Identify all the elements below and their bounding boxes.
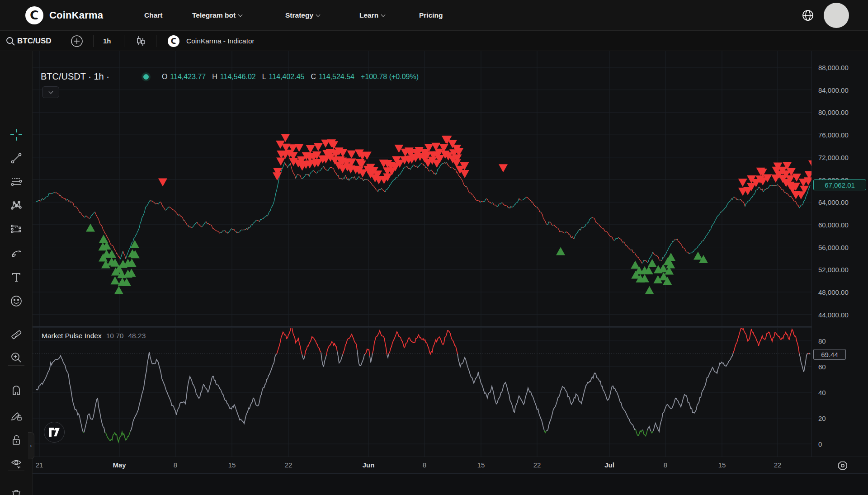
price-tick-label: 76,000.00 <box>818 131 849 139</box>
brush-icon <box>10 247 23 259</box>
brand[interactable]: C CoinKarma <box>25 6 103 25</box>
time-tick-label: 21 <box>36 461 43 469</box>
indicator-name[interactable]: CoinKarma - Indicator <box>186 31 255 51</box>
drawing-toolbar <box>0 51 33 495</box>
horizontal-lines-icon <box>10 175 23 188</box>
ohlc-open-value: 114,423.77 <box>170 73 206 81</box>
indicator-tick-label: 40 <box>818 389 826 396</box>
nav-item-label: Chart <box>144 11 162 19</box>
tool-remove-all[interactable] <box>6 485 26 495</box>
indicator-status-dot <box>141 72 151 82</box>
projection-icon <box>10 222 23 235</box>
price-tick-label: 52,000.00 <box>818 266 849 273</box>
sell-signal-marker <box>158 178 167 186</box>
bottom-strip <box>33 474 868 495</box>
price-tick-label: 88,000.00 <box>818 64 849 71</box>
price-tick-label: 60,000.00 <box>818 221 849 229</box>
nav-item-pricing[interactable]: Pricing <box>419 0 443 31</box>
nav-item-label: Learn <box>359 11 378 19</box>
tool-emoji[interactable] <box>6 291 26 311</box>
pane-separator[interactable] <box>33 326 811 328</box>
time-tick-label: 22 <box>285 461 292 469</box>
time-axis[interactable]: 21May81522Jun81522Jul81522 <box>33 457 868 474</box>
sell-signal-marker <box>738 179 747 187</box>
tool-drawing-lock[interactable] <box>6 405 26 425</box>
buy-signal-marker <box>556 247 565 255</box>
sidebar-collapse-handle[interactable]: ‹ <box>28 432 34 459</box>
chevron-down-icon <box>48 89 53 94</box>
sell-signal-marker <box>295 144 304 152</box>
compare-add-icon[interactable] <box>71 31 83 51</box>
buy-signal-marker <box>114 286 123 294</box>
indicator-tick-label: 80 <box>818 337 826 345</box>
legend-symbol[interactable]: BTC/USDT · 1h · <box>41 71 109 82</box>
chart-canvas[interactable] <box>33 51 811 457</box>
chevron-down-icon <box>381 12 386 17</box>
chart-style-candles-icon[interactable] <box>135 31 146 51</box>
chart-legend: BTC/USDT · 1h · O114,423.77 H114,546.02 … <box>41 71 419 82</box>
sell-signal-marker <box>314 143 323 151</box>
xabcd-pattern-icon <box>10 199 23 212</box>
buy-signal-marker <box>693 252 703 260</box>
time-tick-label: 8 <box>664 461 667 469</box>
sell-signal-marker <box>792 174 801 182</box>
buy-signal-marker <box>645 286 654 294</box>
trend-line-icon <box>10 152 23 165</box>
toolbar-separator <box>124 35 124 47</box>
nav-item-telegram-bot[interactable]: Telegram bot <box>192 0 242 31</box>
time-axis-settings-icon[interactable] <box>836 459 849 472</box>
symbol-search-button[interactable]: BTC/USD <box>17 31 52 51</box>
price-tick-label: 56,000.00 <box>818 244 849 251</box>
indicator-current-value: 48.23 <box>128 332 146 340</box>
price-axis[interactable]: 67,062.01 69.44 88,000.0084,000.0080,000… <box>811 51 868 457</box>
chart-plot <box>33 51 811 457</box>
tool-trend-line[interactable] <box>6 148 26 168</box>
top-nav: C CoinKarma ChartTelegram botStrategyLea… <box>0 0 868 31</box>
ohlc-close-value: 114,524.54 <box>319 73 354 81</box>
app-root: C CoinKarma ChartTelegram botStrategyLea… <box>0 0 868 495</box>
nav-item-strategy[interactable]: Strategy <box>285 0 320 31</box>
last-price-badge: 67,062.01 <box>813 179 866 190</box>
time-tick-label: 8 <box>174 461 177 469</box>
sell-signal-marker <box>808 160 811 169</box>
sell-signal-marker <box>499 164 508 172</box>
legend-collapse-button[interactable] <box>42 86 59 98</box>
nav-item-chart[interactable]: Chart <box>144 0 162 31</box>
tool-lock-all[interactable] <box>6 430 26 450</box>
tool-xabcd-pattern[interactable] <box>6 195 26 215</box>
symbol-search-icon[interactable] <box>5 31 15 51</box>
tool-crosshair[interactable] <box>6 125 26 145</box>
tool-horizontal-lines[interactable] <box>6 172 26 192</box>
nav-item-learn[interactable]: Learn <box>359 0 385 31</box>
language-globe-icon[interactable] <box>802 9 814 22</box>
ohlc-high-value: 114,546.02 <box>220 73 256 81</box>
ohlc-high-label: H <box>212 73 217 81</box>
price-tick-label: 44,000.00 <box>818 311 849 319</box>
tool-text[interactable] <box>6 267 26 287</box>
coinkarma-logo-icon: C <box>25 6 44 25</box>
indicator-tick-label: 60 <box>818 363 826 371</box>
tool-magnet[interactable] <box>6 381 26 401</box>
buy-signal-marker <box>666 253 675 261</box>
tradingview-logo[interactable] <box>44 422 65 443</box>
tool-ruler[interactable] <box>6 325 26 344</box>
indicator-title[interactable]: Market Pulse Index <box>42 332 102 340</box>
user-avatar[interactable] <box>824 3 849 28</box>
tool-projection[interactable] <box>6 219 26 239</box>
lock-all-icon <box>10 434 23 446</box>
toolbar-divider <box>8 309 24 309</box>
toolbar-divider <box>8 365 24 366</box>
indicator-tick-label: 0 <box>818 440 822 448</box>
interval-button[interactable]: 1h <box>103 31 111 51</box>
indicator-params: 10 70 <box>106 332 124 340</box>
tool-zoom-in[interactable] <box>6 348 26 368</box>
time-tick-label: 8 <box>423 461 426 469</box>
time-tick-label: Jul <box>604 461 614 469</box>
price-tick-label: 64,000.00 <box>818 198 849 206</box>
price-tick-label: 48,000.00 <box>818 288 849 296</box>
hide-all-icon <box>10 457 23 470</box>
indicator-value-badge: 69.44 <box>813 349 846 360</box>
tool-brush[interactable] <box>6 243 26 263</box>
time-tick-label: May <box>113 461 126 469</box>
crosshair-icon <box>10 128 23 141</box>
